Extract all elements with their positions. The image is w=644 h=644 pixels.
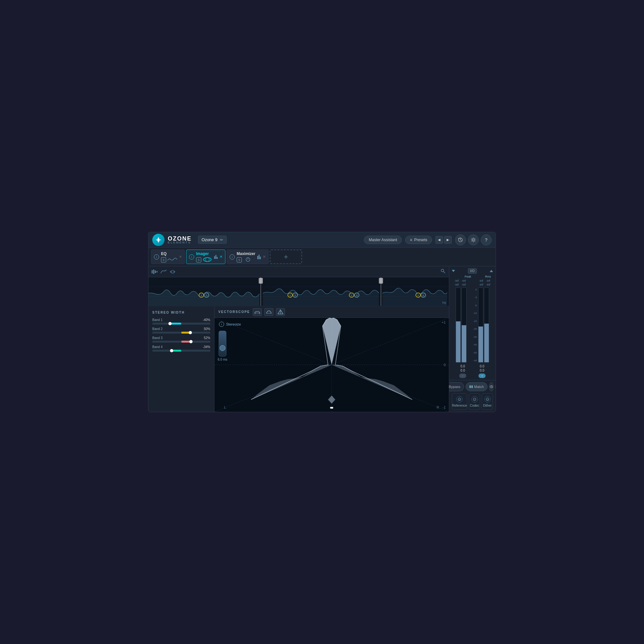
bottom-btn-row: Bypass Match [452,382,493,391]
settings-button[interactable] [468,234,479,245]
svg-text:i: i [201,294,202,297]
vs-mode1-button[interactable] [253,308,262,316]
band4-value: -34% [203,345,210,349]
band1-label: Band 1 [152,318,163,322]
band3-value: 52% [204,336,210,340]
vs-label-r: R [437,405,439,409]
band2-label: Band 2 [152,327,163,331]
inf6: -inf [461,283,467,286]
eq-wave-icon [167,257,177,262]
maximizer-info-icon[interactable]: i [230,254,235,260]
eq-close-button[interactable]: ✕ [179,255,182,259]
stereoize-info-icon[interactable]: i [219,322,224,327]
maximizer-s-icon[interactable]: S [237,257,242,262]
next-preset-button[interactable]: ▶ [444,236,452,244]
dither-button[interactable]: i Dither [482,393,493,410]
meter-bar-2 [461,288,467,363]
help-button[interactable]: ? [481,234,492,245]
maximizer-close-button[interactable]: ✕ [263,255,266,259]
codec-button[interactable]: i Codec [469,393,480,410]
vs-knob-area: 6.0 ms [218,331,227,361]
master-assistant-button[interactable]: Master Assistant [364,236,402,244]
band2-thumb[interactable] [189,331,192,334]
preset-name-box[interactable]: Ozone 9 ✏ [198,236,227,244]
swap-button[interactable] [495,382,496,391]
svg-rect-18 [379,278,383,284]
band3-thumb[interactable] [189,340,193,343]
meter-inf-labels: -inf -inf -inf -inf [452,279,493,282]
feature-btn-row: i Reference i Codec [452,393,493,410]
analyzer-bar [148,266,449,277]
svg-point-35 [255,311,260,314]
band2-slider[interactable] [152,332,210,334]
band4-slider[interactable] [152,350,210,352]
left-meter-value2: 0.0 [460,369,465,372]
svg-rect-9 [156,271,157,272]
inf1: -inf [454,279,459,282]
module-maximizer[interactable]: i Maximizer S ✕ [227,250,269,264]
eq-content: EQ S [161,251,177,262]
svg-line-11 [444,271,445,273]
module-eq[interactable]: i EQ S ✕ [151,250,185,264]
band1-slider[interactable] [152,323,210,325]
codec-icon: i [471,396,478,403]
meter-fill-4 [484,324,489,362]
imager-info-icon[interactable]: i [189,254,194,260]
io-label[interactable]: I/O [468,268,477,274]
lower-section: STEREO WIDTH Band 1 -40% [148,306,449,412]
analyzer-waveform-button[interactable] [152,270,157,274]
vs-mode2-button[interactable] [264,308,273,316]
band1-thumb[interactable] [168,322,172,325]
svg-rect-46 [330,407,333,409]
svg-text:i: i [459,398,460,401]
meter-down-arrow[interactable] [452,270,455,272]
meters-row: 0 -3 -6 -10 -15 -20 -30 -40 -50 -inf [452,288,493,363]
right-meter-plus-button[interactable]: + [478,374,486,378]
band3-slider[interactable] [152,341,210,343]
eq-s-icon[interactable]: S [161,257,166,262]
right-panel: I/O Peak Rms -inf -inf -in [449,266,496,412]
analyzer-spectrum-button[interactable] [161,270,166,274]
stereoize-knob[interactable] [219,331,226,356]
center-area: i S i S i S i S Hz [148,266,449,412]
stereoize-row: i Stereoize [219,322,241,327]
presets-button[interactable]: ≡ Presets [405,236,432,244]
eq-mini-icons: S [161,257,177,262]
edit-icon: ✏ [220,238,223,242]
analyzer-link-button[interactable] [170,270,175,274]
maximizer-content: Maximizer S [237,251,255,262]
band3-label: Band 3 [152,336,163,340]
history-button[interactable] [455,234,466,245]
prev-preset-button[interactable]: ◀ [435,236,443,244]
imager-s-icon[interactable]: S [196,257,201,262]
vs-mode3-button[interactable] [276,308,285,316]
eq-info-icon[interactable]: i [154,254,159,260]
history2-button[interactable] [489,382,494,391]
scale-20: -20 [468,327,477,330]
vectorscope-panel: VECTORSCOPE [214,306,449,412]
scale-0: 0 [468,288,477,291]
scale-6: -6 [468,304,477,307]
band4-label: Band 4 [152,345,163,349]
module-bar: i EQ S ✕ i Imager S [148,248,496,266]
vs-scale-0: 0 [444,363,446,367]
module-imager[interactable]: i Imager S ✕ [186,250,225,264]
imager-close-button[interactable]: ✕ [220,255,223,259]
analyzer-zoom-button[interactable] [440,269,446,275]
scale-10: -10 [468,312,477,315]
left-meters [456,288,467,363]
match-icon [469,385,473,389]
reference-button[interactable]: i Reference [452,393,467,410]
left-meter-minus-button[interactable]: − [459,374,466,378]
band4-thumb[interactable] [170,349,173,352]
band1-value: -40% [203,318,210,322]
add-module-button[interactable]: + [270,250,302,264]
match-button[interactable]: Match [466,382,488,391]
help-icon: ? [485,237,488,242]
left-meter-value: 0.0 [460,365,465,368]
meter-up-arrow[interactable] [490,270,493,272]
svg-point-2 [204,258,211,261]
preset-name: Ozone 9 [202,237,217,242]
inf3: -inf [478,279,484,282]
svg-text:i: i [474,398,475,401]
